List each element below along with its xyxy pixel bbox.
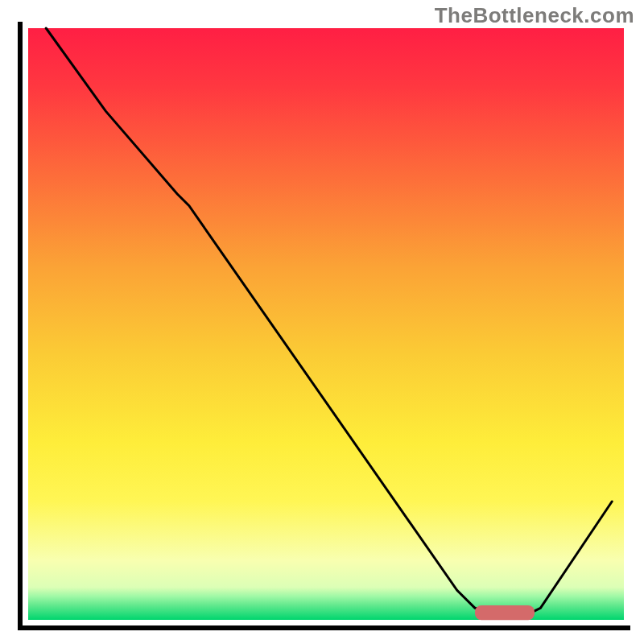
chart-stage: TheBottleneck.com bbox=[0, 0, 644, 644]
optimal-range-marker bbox=[475, 605, 535, 620]
bottleneck-chart bbox=[0, 0, 644, 644]
plot-background bbox=[28, 28, 624, 620]
